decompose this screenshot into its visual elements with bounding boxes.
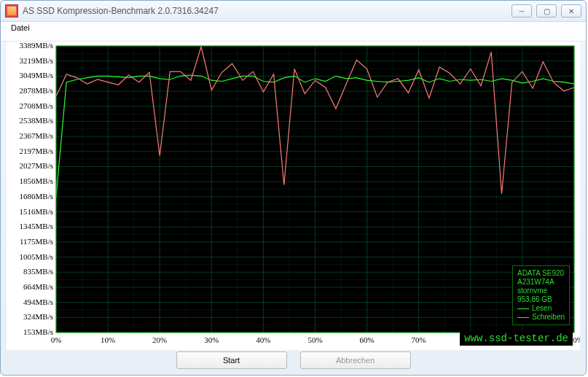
maximize-button[interactable]: ▢: [536, 4, 557, 18]
svg-text:3389MB/s: 3389MB/s: [20, 42, 53, 50]
titlebar[interactable]: AS SSD Kompression-Benchmark 2.0.7316.34…: [1, 1, 586, 22]
legend-write-row: Schreiben: [517, 313, 565, 322]
svg-text:3219MB/s: 3219MB/s: [20, 56, 53, 65]
compression-chart: 153MB/s324MB/s494MB/s664MB/s835MB/s1005M…: [7, 42, 580, 350]
menubar: Datei: [1, 22, 586, 42]
window-frame: AS SSD Kompression-Benchmark 2.0.7316.34…: [0, 0, 587, 376]
svg-text:10%: 10%: [101, 335, 115, 344]
close-button[interactable]: ✕: [561, 4, 581, 18]
svg-text:1856MB/s: 1856MB/s: [20, 176, 53, 185]
legend-driver: stornvme: [517, 287, 565, 295]
svg-text:1686MB/s: 1686MB/s: [20, 192, 53, 201]
svg-text:1005MB/s: 1005MB/s: [20, 252, 53, 261]
svg-text:2538MB/s: 2538MB/s: [20, 116, 53, 125]
svg-text:1175MB/s: 1175MB/s: [20, 237, 53, 246]
svg-text:324MB/s: 324MB/s: [23, 312, 53, 321]
svg-text:0%: 0%: [51, 335, 62, 344]
legend-read-row: Lesen: [517, 304, 565, 313]
svg-text:2878MB/s: 2878MB/s: [20, 86, 53, 95]
svg-text:2708MB/s: 2708MB/s: [20, 101, 53, 110]
legend-box: ADATA SE920 A231W74A stornvme 953,86 GB …: [512, 265, 570, 325]
legend-capacity: 953,86 GB: [517, 295, 565, 304]
minimize-button[interactable]: ─: [511, 4, 532, 18]
start-button[interactable]: Start: [176, 351, 287, 369]
legend-read-label: Lesen: [532, 304, 552, 313]
svg-text:40%: 40%: [256, 335, 270, 344]
legend-read-swatch: [517, 308, 529, 309]
svg-text:494MB/s: 494MB/s: [23, 298, 53, 306]
button-bar: Start Abbrechen: [1, 351, 586, 372]
svg-text:835MB/s: 835MB/s: [23, 267, 53, 276]
svg-text:2367MB/s: 2367MB/s: [20, 131, 53, 140]
svg-text:50%: 50%: [307, 335, 322, 344]
legend-write-swatch: [517, 317, 529, 318]
menu-datei[interactable]: Datei: [7, 22, 34, 34]
app-icon: [5, 4, 18, 18]
legend-write-label: Schreiben: [532, 313, 565, 322]
svg-text:30%: 30%: [204, 335, 219, 344]
svg-text:1345MB/s: 1345MB/s: [20, 222, 53, 230]
svg-text:153MB/s: 153MB/s: [23, 327, 53, 336]
svg-text:1516MB/s: 1516MB/s: [20, 207, 53, 216]
svg-text:20%: 20%: [152, 335, 167, 344]
svg-text:3049MB/s: 3049MB/s: [20, 71, 53, 79]
watermark: www.ssd-tester.de: [460, 331, 573, 346]
window-title: AS SSD Kompression-Benchmark 2.0.7316.34…: [23, 6, 219, 16]
svg-text:2197MB/s: 2197MB/s: [20, 147, 53, 155]
content-area: 153MB/s324MB/s494MB/s664MB/s835MB/s1005M…: [7, 42, 580, 350]
svg-text:70%: 70%: [412, 335, 426, 344]
svg-text:60%: 60%: [360, 335, 375, 344]
svg-text:2027MB/s: 2027MB/s: [20, 161, 53, 170]
legend-device: ADATA SE920: [517, 269, 565, 278]
legend-model: A231W74A: [517, 278, 565, 287]
abort-button: Abbrechen: [300, 351, 411, 369]
svg-text:664MB/s: 664MB/s: [23, 282, 53, 291]
chart-area: 153MB/s324MB/s494MB/s664MB/s835MB/s1005M…: [7, 42, 580, 350]
